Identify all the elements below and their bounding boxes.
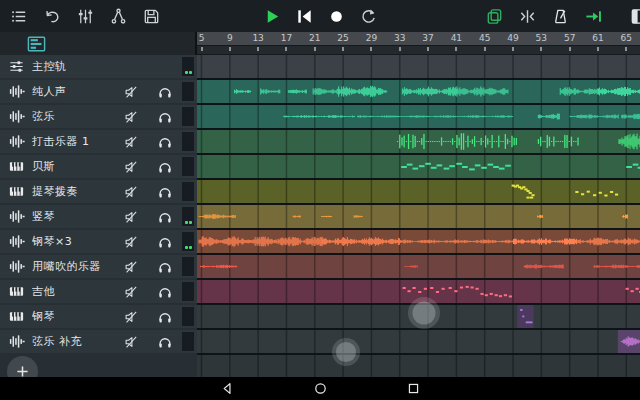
- track-name: 用嘴吹的乐器: [32, 259, 114, 274]
- transport-group: [262, 6, 378, 26]
- split-view-icon[interactable]: [629, 6, 640, 26]
- level-meter: [182, 132, 194, 151]
- monitor-button[interactable]: [148, 184, 182, 200]
- bar-numbers: 591317212529333741454953576165: [197, 32, 640, 46]
- monitor-button[interactable]: [148, 334, 182, 350]
- android-navbar: [0, 377, 640, 400]
- arrangement-lanes[interactable]: [197, 55, 640, 377]
- monitor-button[interactable]: [148, 84, 182, 100]
- bar-label: 13: [249, 33, 267, 43]
- level-meter: [182, 82, 194, 101]
- bar-label: 37: [419, 33, 437, 43]
- waveform-icon: [0, 133, 32, 150]
- track-name: 打击乐器 1: [32, 134, 114, 149]
- track-row-9[interactable]: 用嘴吹的乐器: [0, 255, 197, 278]
- playlist-grid-icon: [26, 35, 47, 53]
- monitor-button[interactable]: [148, 309, 182, 325]
- track-row-1[interactable]: 主控轨: [0, 55, 197, 78]
- bar-label: 57: [561, 33, 579, 43]
- bar-label: 53: [532, 33, 550, 43]
- record-button[interactable]: [326, 6, 346, 26]
- menu-icon[interactable]: [9, 6, 29, 26]
- mute-button[interactable]: [114, 309, 148, 325]
- duplicate-icon[interactable]: [484, 6, 504, 26]
- toolbar-left-group: [9, 6, 161, 26]
- level-meter: [182, 207, 194, 226]
- track-name: 弦乐: [32, 109, 114, 124]
- monitor-button[interactable]: [148, 259, 182, 275]
- track-name: 钢琴: [32, 309, 114, 324]
- mute-button[interactable]: [114, 334, 148, 350]
- toolbar: [0, 0, 640, 32]
- track-row-5[interactable]: 贝斯: [0, 155, 197, 178]
- monitor-button[interactable]: [148, 234, 182, 250]
- monitor-button[interactable]: [148, 134, 182, 150]
- instruments-icon[interactable]: [108, 6, 128, 26]
- app-window: 591317212529333741454953576165 主控轨纯人声弦乐打…: [0, 0, 640, 400]
- track-name: 弦乐 补充: [32, 334, 114, 349]
- level-meter: [182, 307, 194, 326]
- bar-label: 21: [306, 33, 324, 43]
- bar-label: 49: [504, 33, 522, 43]
- mute-button[interactable]: [114, 109, 148, 125]
- track-name: 贝斯: [32, 159, 114, 174]
- keys-icon: [0, 183, 32, 200]
- skip-to-start-button[interactable]: [294, 6, 314, 26]
- bar-label: 61: [589, 33, 607, 43]
- monitor-button[interactable]: [148, 109, 182, 125]
- recents-button[interactable]: [407, 382, 420, 395]
- level-meter: [182, 107, 194, 126]
- monitor-button[interactable]: [148, 159, 182, 175]
- mute-button[interactable]: [114, 184, 148, 200]
- mute-button[interactable]: [114, 84, 148, 100]
- bar-label: 29: [362, 33, 380, 43]
- mute-button[interactable]: [114, 134, 148, 150]
- bar-label: 65: [617, 33, 635, 43]
- keys-icon: [0, 283, 32, 300]
- metronome-icon[interactable]: [550, 6, 570, 26]
- track-row-6[interactable]: 提琴拨奏: [0, 180, 197, 203]
- track-row-2[interactable]: 纯人声: [0, 80, 197, 103]
- mute-button[interactable]: [114, 284, 148, 300]
- play-button[interactable]: [262, 6, 282, 26]
- track-row-11[interactable]: 钢琴: [0, 305, 197, 328]
- track-name: 吉他: [32, 284, 114, 299]
- track-row-7[interactable]: 竖琴: [0, 205, 197, 228]
- follow-playhead-icon[interactable]: [583, 6, 603, 26]
- undo-icon[interactable]: [42, 6, 62, 26]
- mute-button[interactable]: [114, 234, 148, 250]
- keys-icon: [0, 308, 32, 325]
- bar-label: 17: [277, 33, 295, 43]
- bar-label: 25: [334, 33, 352, 43]
- track-name: 提琴拨奏: [32, 184, 114, 199]
- loop-button[interactable]: [358, 6, 378, 26]
- waveform-icon: [0, 208, 32, 225]
- monitor-button[interactable]: [148, 284, 182, 300]
- track-row-4[interactable]: 打击乐器 1: [0, 130, 197, 153]
- bar-label: 5: [197, 33, 211, 43]
- waveform-icon: [0, 258, 32, 275]
- level-meter: [182, 57, 194, 76]
- snap-icon[interactable]: [517, 6, 537, 26]
- track-name: 纯人声: [32, 84, 114, 99]
- track-row-8[interactable]: 钢琴×3: [0, 230, 197, 253]
- bar-label: 33: [391, 33, 409, 43]
- mute-button[interactable]: [114, 259, 148, 275]
- save-icon[interactable]: [141, 6, 161, 26]
- home-button[interactable]: [314, 382, 327, 395]
- back-button[interactable]: [221, 382, 234, 395]
- timeline-ruler[interactable]: 591317212529333741454953576165: [197, 32, 640, 55]
- bar-label: 45: [476, 33, 494, 43]
- track-row-3[interactable]: 弦乐: [0, 105, 197, 128]
- track-list-header[interactable]: [0, 32, 197, 55]
- track-row-12[interactable]: 弦乐 补充: [0, 330, 197, 353]
- mixer-icon[interactable]: [75, 6, 95, 26]
- waveform-icon: [0, 233, 32, 250]
- mute-button[interactable]: [114, 209, 148, 225]
- waveform-icon: [0, 83, 32, 100]
- level-meter: [182, 157, 194, 176]
- monitor-button[interactable]: [148, 209, 182, 225]
- keys-icon: [0, 158, 32, 175]
- mute-button[interactable]: [114, 159, 148, 175]
- track-row-10[interactable]: 吉他: [0, 280, 197, 303]
